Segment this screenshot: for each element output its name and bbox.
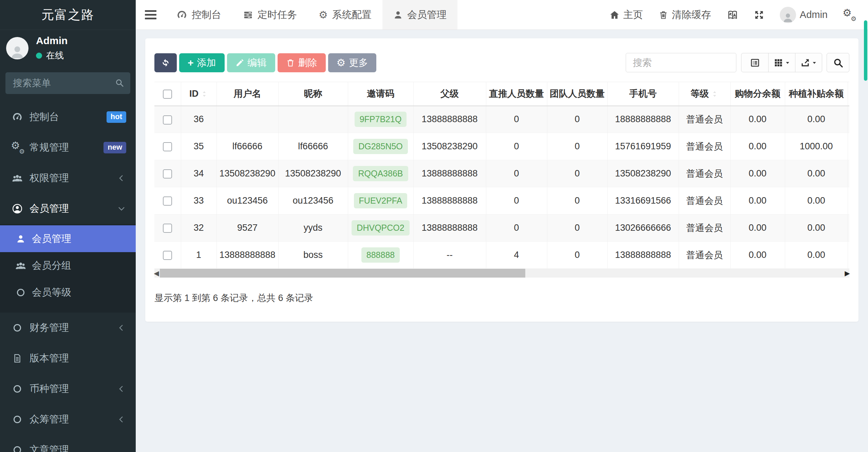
fullscreen-toggle[interactable] (746, 0, 772, 30)
cell-cut (848, 160, 849, 187)
user-icon (14, 234, 27, 244)
sidebar-item-label: 会员等级 (32, 286, 71, 299)
cell-username (216, 106, 278, 133)
invite-code-badge: DHVQPCO2 (352, 220, 409, 236)
sidebar-item-finance[interactable]: 财务管理 (0, 313, 136, 343)
hamburger-menu-icon[interactable] (136, 0, 166, 30)
edit-button[interactable]: 编辑 (227, 53, 275, 72)
sidebar-item-member-group[interactable]: 会员分组 (0, 252, 136, 279)
clear-cache-link[interactable]: 清除缓存 (651, 0, 719, 30)
row-checkbox[interactable] (163, 224, 172, 233)
cell-plant: 0.00 (785, 242, 848, 269)
cell-direct: 0 (486, 214, 547, 242)
caret-down-icon (785, 60, 790, 65)
toggle-view-button[interactable] (741, 53, 768, 72)
tab-console[interactable]: 控制台 (166, 0, 232, 30)
sidebar-item-label: 权限管理 (30, 171, 69, 185)
row-checkbox[interactable] (163, 142, 172, 151)
user-panel: Admin 在线 (0, 30, 136, 65)
table-row: 329527yydsDHVQPCO21388888888800130266666… (154, 214, 849, 242)
tab-label: 控制台 (192, 8, 221, 22)
sidebar-item-member[interactable]: 会员管理 (0, 193, 136, 224)
content-panel: + 添加 编辑 删除 ⚙ 更多 (145, 38, 858, 322)
sidebar-item-member-manage[interactable]: 会员管理 (0, 225, 136, 252)
invite-code-badge: RQQA386B (353, 166, 408, 181)
language-switch[interactable] (719, 0, 746, 30)
column-label: 手机号 (629, 89, 657, 99)
row-checkbox[interactable] (163, 169, 172, 178)
file-icon (10, 353, 24, 363)
chevron-left-icon (117, 324, 126, 332)
badge-hot: hot (107, 111, 126, 123)
scroll-left-icon[interactable]: ◀ (154, 269, 159, 277)
horizontal-scrollbar[interactable]: ◀ ▶ (154, 269, 849, 278)
column-label: 直推人员数量 (489, 89, 544, 99)
page-scrollbar-thumb[interactable] (864, 20, 867, 81)
toolbar-right (626, 53, 849, 72)
add-button[interactable]: + 添加 (179, 53, 225, 72)
column-label: 团队人员数量 (550, 89, 605, 99)
refresh-button[interactable] (154, 53, 177, 72)
circle-icon (10, 384, 24, 394)
users-icon (10, 173, 24, 183)
sidebar-item-label: 财务管理 (30, 321, 69, 335)
sidebar-item-auth[interactable]: 权限管理 (0, 163, 136, 193)
sidebar-item-version[interactable]: 版本管理 (0, 343, 136, 374)
columns-button[interactable] (768, 53, 795, 72)
scroll-right-icon[interactable]: ▶ (845, 269, 850, 277)
cell-id: 1 (181, 242, 216, 269)
tab-label: 定时任务 (258, 8, 297, 22)
export-button[interactable] (795, 53, 822, 72)
scrollbar-thumb[interactable] (160, 269, 525, 278)
sidebar-item-article[interactable]: 文章管理 (0, 435, 136, 452)
cell-direct: 4 (486, 242, 547, 269)
cell-team: 0 (547, 187, 607, 214)
sort-icon[interactable] (711, 90, 718, 98)
sidebar-item-general[interactable]: ⚙⚙常规管理new (0, 132, 136, 163)
tab-cron[interactable]: 定时任务 (232, 0, 308, 30)
sidebar-item-currency[interactable]: 币种管理 (0, 374, 136, 404)
cell-nickname: lf66666 (278, 133, 348, 160)
row-checkbox[interactable] (163, 196, 172, 206)
search-button[interactable] (827, 53, 849, 72)
settings-menu[interactable]: ⚙⚙ (835, 0, 863, 30)
more-button[interactable]: ⚙ 更多 (328, 53, 377, 72)
row-checkbox[interactable] (163, 115, 172, 125)
sidebar-search-input[interactable] (5, 72, 130, 94)
column-header-id[interactable]: ID (181, 82, 216, 106)
column-header-username: 用户名 (216, 82, 278, 106)
cell-shop: 0.00 (730, 187, 785, 214)
table-row: 35lf66666lf66666DG285N5O1350823829000157… (154, 133, 849, 160)
edit-label: 编辑 (248, 56, 267, 69)
tab-config[interactable]: ⚙系统配置 (308, 0, 382, 30)
chevron-left-icon (117, 415, 126, 423)
table-row: 33ou123456ou123456FUEV2PFA13888888888001… (154, 187, 849, 214)
home-link[interactable]: 主页 (602, 0, 651, 30)
table-search-input[interactable] (626, 53, 736, 72)
dashboard-icon (10, 112, 24, 123)
user-name: Admin (36, 35, 68, 46)
column-header-parent: 父级 (413, 82, 486, 106)
cell-team: 0 (547, 214, 607, 242)
select-all-checkbox[interactable] (163, 90, 172, 99)
sidebar-item-console[interactable]: 控制台hot (0, 102, 136, 132)
circle-icon (14, 288, 27, 297)
badge-new: new (103, 142, 126, 153)
sidebar-item-member-level[interactable]: 会员等级 (0, 279, 136, 306)
cell-cut (848, 106, 849, 133)
cell-direct: 0 (486, 187, 547, 214)
row-checkbox[interactable] (163, 251, 172, 260)
gear-icon: ⚙ (319, 10, 328, 20)
column-header-cut (848, 82, 849, 106)
sort-icon[interactable] (201, 90, 208, 98)
sidebar-item-crowdfund[interactable]: 众筹管理 (0, 404, 136, 435)
cell-shop: 0.00 (730, 160, 785, 187)
cell-plant: 0.00 (785, 160, 848, 187)
chevron-left-icon (117, 174, 126, 182)
column-header-level[interactable]: 等级 (679, 82, 730, 106)
cell-cb (154, 160, 181, 187)
tab-member[interactable]: 会员管理 (382, 0, 457, 30)
user-menu[interactable]: Admin (772, 0, 835, 30)
delete-button[interactable]: 删除 (278, 53, 326, 72)
cell-cut (848, 242, 849, 269)
